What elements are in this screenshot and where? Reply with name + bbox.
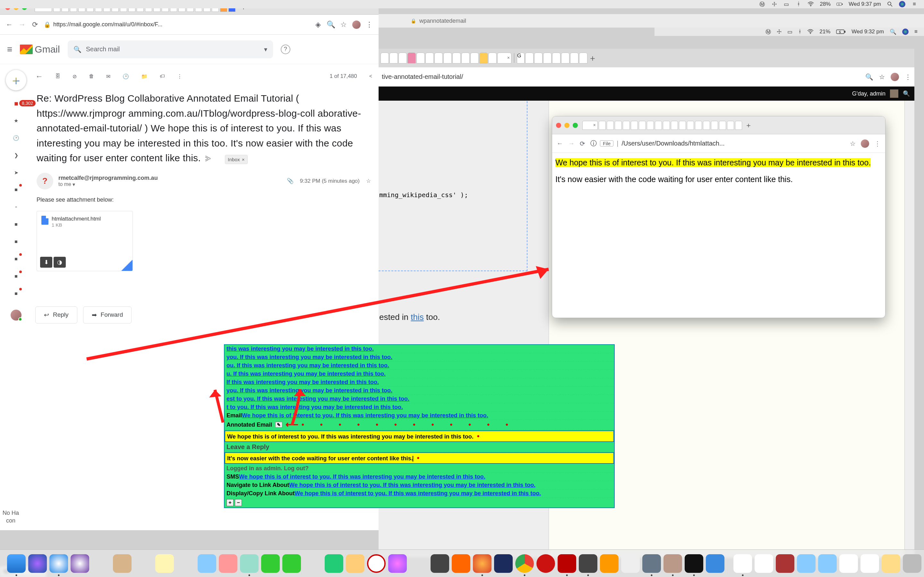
notes-app[interactable] bbox=[155, 554, 174, 573]
popup-tab[interactable] bbox=[615, 121, 622, 130]
download-button[interactable]: ⬇ bbox=[40, 257, 52, 268]
more-icon[interactable]: ⋮ bbox=[905, 73, 911, 81]
search-options-icon[interactable]: ▾ bbox=[264, 45, 267, 53]
reload-button[interactable]: ⟳ bbox=[31, 21, 39, 29]
rear-tab-active[interactable]: × bbox=[497, 53, 511, 63]
reply-button[interactable]: ↩Reply bbox=[35, 306, 78, 324]
preview-app[interactable] bbox=[240, 554, 258, 573]
popup-tab[interactable] bbox=[695, 121, 702, 130]
rear-tab[interactable] bbox=[435, 53, 443, 63]
wp-admin-bar[interactable]: G'day, admin 🔍 bbox=[379, 87, 914, 101]
annotated-textarea[interactable]: It's now easier with the code waiting fo… bbox=[225, 452, 614, 464]
inbox-chip[interactable]: Inbox× bbox=[225, 155, 248, 164]
label-icon[interactable]: ■ bbox=[11, 255, 21, 263]
photoshop-app[interactable] bbox=[494, 554, 513, 573]
label-icon[interactable]: ■ bbox=[11, 289, 21, 298]
rear-tab[interactable] bbox=[417, 53, 425, 63]
star-icon[interactable]: ☆ bbox=[879, 73, 885, 81]
annotate-icon[interactable]: ✎ bbox=[275, 422, 282, 428]
popup-tab[interactable] bbox=[655, 121, 662, 130]
safari-app[interactable] bbox=[49, 554, 68, 573]
pages-doc[interactable] bbox=[754, 554, 773, 573]
popup-tab[interactable] bbox=[719, 121, 726, 130]
profile-avatar[interactable] bbox=[891, 73, 899, 81]
popup-tab[interactable] bbox=[711, 121, 718, 130]
rear-tab[interactable] bbox=[470, 53, 479, 63]
siri-icon[interactable] bbox=[899, 1, 905, 7]
annotation-history-link[interactable]: t to you. If this was interesting you ma… bbox=[226, 404, 403, 410]
label-icon[interactable]: ■ bbox=[11, 272, 21, 281]
annotation-history-link[interactable]: you. If this was interesting you may be … bbox=[226, 354, 393, 360]
chevron-down-icon[interactable]: ▾ bbox=[73, 181, 75, 187]
archive-icon[interactable]: 🗄 bbox=[55, 73, 60, 79]
facetime-app[interactable] bbox=[282, 554, 301, 573]
messages-app[interactable] bbox=[261, 554, 280, 573]
rear-tab[interactable] bbox=[389, 53, 398, 63]
notifications-icon[interactable]: ≡ bbox=[911, 1, 918, 7]
expand-icon[interactable]: ⪢ bbox=[204, 151, 213, 166]
numbers-app[interactable] bbox=[325, 554, 343, 573]
spotlight-icon[interactable] bbox=[887, 1, 893, 7]
spam-icon[interactable]: ⊘ bbox=[73, 73, 77, 79]
prev-msg[interactable]: < bbox=[369, 73, 372, 79]
back-button[interactable]: ← bbox=[5, 21, 13, 29]
minus-button[interactable]: − bbox=[235, 499, 242, 506]
starred-icon[interactable]: ★ bbox=[11, 116, 21, 125]
rear-tab[interactable] bbox=[525, 53, 533, 63]
popup-address-bar[interactable]: ⓘ File | /Users/user/Downloads/htmlattac… bbox=[590, 139, 845, 148]
plus-button[interactable]: + bbox=[226, 499, 234, 506]
rear-tab[interactable] bbox=[452, 53, 461, 63]
siri-app[interactable] bbox=[28, 554, 47, 573]
rear-chrome-tabstrip[interactable]: × G ＋ bbox=[379, 49, 914, 67]
popup-tab[interactable] bbox=[639, 121, 646, 130]
rear-tab[interactable] bbox=[407, 53, 416, 63]
display-link[interactable]: We hope this is of interest to you. If t… bbox=[294, 490, 541, 496]
back-button[interactable]: ← bbox=[557, 140, 563, 147]
rear-tab[interactable]: G bbox=[517, 53, 525, 63]
forward-button[interactable]: → bbox=[568, 140, 575, 147]
popup-tab[interactable] bbox=[679, 121, 686, 130]
firefox-app[interactable] bbox=[473, 554, 491, 573]
eye-icon[interactable]: ◈ bbox=[314, 21, 322, 29]
star-icon[interactable]: ☆ bbox=[366, 177, 371, 184]
search-input[interactable]: 🔍 Search mail ▾ bbox=[68, 40, 273, 58]
info-icon[interactable]: ⓘ bbox=[590, 139, 597, 148]
rear-tab[interactable] bbox=[443, 53, 452, 63]
label-icon[interactable]: ■ bbox=[11, 185, 21, 194]
support-button[interactable]: ? bbox=[281, 45, 290, 54]
rear-tab[interactable] bbox=[579, 53, 588, 63]
rear-tab[interactable] bbox=[534, 53, 543, 63]
folder[interactable] bbox=[797, 554, 816, 573]
email-link[interactable]: We hope this is of interest to you. If t… bbox=[242, 412, 488, 419]
reload-button[interactable]: ⟳ bbox=[580, 140, 585, 147]
popup-tab[interactable] bbox=[671, 121, 678, 130]
label-icon[interactable]: ■ bbox=[11, 237, 21, 246]
moveto-icon[interactable]: 📁 bbox=[141, 73, 148, 79]
logged-in-line[interactable]: Logged in as admin. Log out? bbox=[225, 464, 614, 473]
star-icon[interactable]: ☆ bbox=[339, 21, 348, 29]
trash[interactable] bbox=[903, 554, 921, 573]
delete-icon[interactable]: 🗑 bbox=[89, 73, 94, 79]
textedit-app[interactable] bbox=[733, 554, 752, 573]
generic-app[interactable] bbox=[198, 554, 216, 573]
navigate-link[interactable]: We hope this is of interest to you. If t… bbox=[289, 482, 535, 488]
forward-button[interactable]: → bbox=[18, 21, 26, 29]
popup-tab[interactable] bbox=[735, 121, 742, 130]
mamp-app[interactable] bbox=[579, 554, 598, 573]
forward-button[interactable]: ➡Forward bbox=[83, 306, 132, 324]
popup-tab[interactable] bbox=[607, 121, 614, 130]
search-icon[interactable]: 🔍 bbox=[865, 73, 873, 81]
dictionary-app[interactable] bbox=[776, 554, 795, 573]
rear-tab[interactable] bbox=[479, 53, 488, 63]
rear-tab[interactable] bbox=[488, 53, 497, 63]
finder-app[interactable] bbox=[7, 554, 26, 573]
annotation-history-link[interactable]: ou. If this was interesting you may be i… bbox=[226, 362, 389, 369]
paint-app[interactable] bbox=[642, 554, 661, 573]
noentry-app[interactable] bbox=[367, 554, 386, 573]
terminal-app[interactable] bbox=[685, 554, 703, 573]
office-app[interactable] bbox=[452, 554, 470, 573]
rear-tab[interactable] bbox=[461, 53, 470, 63]
annotation-history-link[interactable]: est to you. If this was interesting you … bbox=[226, 396, 409, 402]
remove-label-icon[interactable]: × bbox=[242, 156, 245, 163]
chrome-profile[interactable] bbox=[352, 21, 360, 29]
